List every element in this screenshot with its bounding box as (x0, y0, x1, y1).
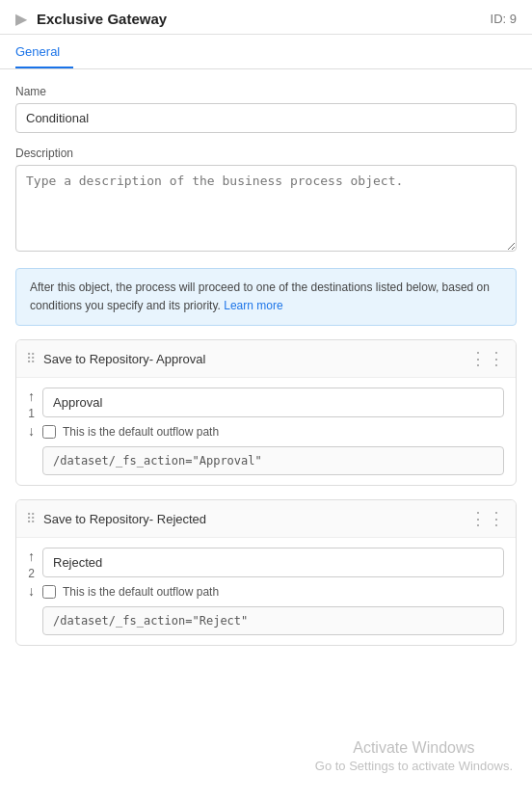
card-1-title: Save to Repository- Approval (43, 352, 469, 366)
watermark-line1: Activate Windows (315, 739, 513, 757)
name-group: Name (15, 85, 517, 133)
card-2-default-checkbox[interactable] (42, 585, 56, 599)
windows-watermark: Activate Windows Go to Settings to activ… (315, 739, 513, 773)
card-2-header: ⠿ Save to Repository- Rejected ⋮⋮ (16, 500, 516, 538)
condition-card-2: ⠿ Save to Repository- Rejected ⋮⋮ ↑ 2 ↓ … (15, 499, 517, 646)
name-input[interactable] (15, 103, 517, 133)
card-1-fields: This is the default outflow path (42, 388, 504, 475)
card-1-code-input[interactable] (42, 446, 504, 475)
condition-card-1: ⠿ Save to Repository- Approval ⋮⋮ ↑ 1 ↓ … (15, 339, 517, 486)
card-2-order-number: 2 (28, 567, 35, 580)
description-group: Description (15, 147, 517, 254)
card-1-checkbox-label: This is the default outflow path (63, 425, 219, 439)
card-1-body: ↑ 1 ↓ This is the default outflow path (16, 378, 516, 485)
card-1-order-controls: ↑ 1 ↓ (28, 388, 35, 438)
top-bar-arrow-icon: ▶ (15, 10, 27, 28)
card-1-checkbox-row: This is the default outflow path (42, 425, 504, 439)
card-2-checkbox-label: This is the default outflow path (63, 585, 219, 599)
name-label: Name (15, 85, 517, 98)
learn-more-link[interactable]: Learn more (224, 299, 282, 312)
description-input[interactable] (15, 165, 517, 252)
top-bar: ▶ Exclusive Gateway ID: 9 (0, 0, 532, 35)
card-2-code-input[interactable] (42, 606, 504, 635)
card-1-order-number: 1 (28, 407, 35, 420)
card-2-fields: This is the default outflow path (42, 548, 504, 635)
info-box: After this object, the process will proc… (15, 268, 517, 326)
card-1-grid-icon: ⠿ (26, 351, 36, 366)
card-1-up-button[interactable]: ↑ (28, 389, 35, 403)
card-2-grid-icon: ⠿ (26, 511, 36, 526)
card-2-down-button[interactable]: ↓ (28, 584, 35, 598)
element-id: ID: 9 (491, 12, 517, 26)
card-2-checkbox-row: This is the default outflow path (42, 585, 504, 599)
description-label: Description (15, 147, 517, 160)
card-2-title: Save to Repository- Rejected (43, 512, 469, 526)
card-1-menu-icon[interactable]: ⋮⋮ (469, 348, 506, 369)
tab-general[interactable]: General (15, 35, 73, 68)
card-1-header: ⠿ Save to Repository- Approval ⋮⋮ (16, 340, 516, 378)
card-2-menu-icon[interactable]: ⋮⋮ (469, 508, 506, 529)
card-1-default-checkbox[interactable] (42, 425, 56, 439)
card-2-up-button[interactable]: ↑ (28, 549, 35, 563)
form-content: Name Description After this object, the … (0, 69, 532, 646)
page-title: Exclusive Gateway (37, 11, 491, 27)
card-1-down-button[interactable]: ↓ (28, 424, 35, 438)
tab-bar: General (0, 35, 532, 69)
card-2-name-input[interactable] (42, 548, 504, 577)
card-1-name-input[interactable] (42, 388, 504, 417)
card-2-order-controls: ↑ 2 ↓ (28, 548, 35, 598)
card-2-body: ↑ 2 ↓ This is the default outflow path (16, 538, 516, 645)
watermark-line2: Go to Settings to activate Windows. (315, 759, 513, 773)
